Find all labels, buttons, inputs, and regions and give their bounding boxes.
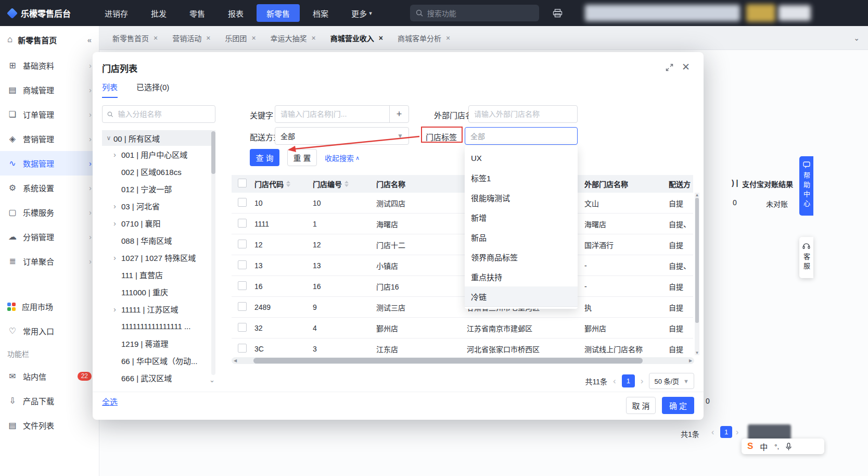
caret-down-icon[interactable]: ∨	[104, 134, 113, 142]
close-tab-icon[interactable]: ×	[312, 34, 316, 42]
collapse-search-link[interactable]: 收起搜索 ∧	[325, 153, 360, 163]
tree-node[interactable]: 012 | 宁波一部	[102, 180, 215, 197]
expand-node-icon[interactable]: ›	[113, 202, 116, 210]
tree-node[interactable]: 111000 | 重庆	[102, 283, 215, 300]
tree-node[interactable]: 002 | 区域0618cs	[102, 163, 215, 180]
sidebar-item-app-market[interactable]: 应用市场	[0, 294, 99, 319]
nav-menu-item[interactable]: 零售	[180, 4, 215, 22]
header-store-code[interactable]: 门店代码	[254, 179, 313, 189]
tree-node[interactable]: › 0710 | 襄阳	[102, 215, 215, 232]
modal-tab-list[interactable]: 列表	[102, 81, 118, 98]
header-store-no[interactable]: 门店编号	[313, 179, 376, 189]
tree-scroll-thumb[interactable]	[211, 131, 215, 174]
tag-dropdown-option[interactable]: 领界商品标签	[465, 247, 578, 267]
sidebar-menu-item[interactable]: ⊞ 基础资料 ›	[0, 53, 99, 78]
tree-node[interactable]: 1219 | 蒋道理	[102, 335, 215, 352]
sidebar-menu-item[interactable]: ❏ 订单管理 ›	[0, 102, 99, 127]
tree-node[interactable]: › 03 | 河北省	[102, 197, 215, 215]
tree-node[interactable]: 088 | 华南区域	[102, 232, 215, 249]
add-keyword-button[interactable]: +	[389, 106, 409, 122]
tab-item[interactable]: 乐团团 ×	[219, 29, 262, 47]
sidebar-menu-item[interactable]: ☁ 分销管理 ›	[0, 224, 99, 249]
sidebar-menu-item[interactable]: ▢ 乐檬服务 ›	[0, 200, 99, 224]
sort-icon[interactable]	[344, 181, 349, 187]
close-tab-icon[interactable]: ×	[206, 34, 210, 42]
sidebar-menu-item[interactable]: ◈ 营销管理 ›	[0, 127, 99, 151]
tree-node[interactable]: 111 | 直营店	[102, 266, 215, 283]
close-tab-icon[interactable]: ×	[379, 34, 383, 42]
printer-icon[interactable]	[553, 9, 563, 18]
close-tab-icon[interactable]: ×	[154, 34, 158, 42]
sidebar-item-favorites[interactable]: ♡ 常用入口	[0, 319, 99, 343]
sidebar-home-item[interactable]: ⌂ 新零售首页 «	[0, 26, 99, 53]
tree-node[interactable]: 66 | 华中区域（勿动...	[102, 352, 215, 369]
scroll-right-icon[interactable]: ▶	[687, 358, 694, 363]
tabs-overflow-icon[interactable]: ⌄	[853, 34, 860, 42]
ime-punctuation-toggle[interactable]: °,	[774, 443, 779, 450]
cancel-button[interactable]: 取 消	[626, 397, 656, 414]
expand-node-icon[interactable]: ›	[113, 253, 116, 262]
tab-item[interactable]: 营销活动 ×	[166, 29, 216, 47]
sidebar-menu-item[interactable]: ≣ 订单聚合 ›	[0, 249, 99, 273]
close-modal-icon[interactable]: ✕	[682, 61, 690, 73]
horizontal-scroll-thumb[interactable]	[253, 358, 643, 364]
scroll-left-icon[interactable]: ◀	[232, 358, 239, 363]
select-all-checkbox[interactable]	[238, 179, 247, 187]
microphone-icon[interactable]	[786, 443, 792, 450]
row-checkbox[interactable]	[238, 260, 247, 269]
tab-item[interactable]: 新零售首页 ×	[106, 29, 164, 47]
nav-menu-item[interactable]: 进销存	[95, 4, 138, 22]
row-checkbox[interactable]	[238, 344, 247, 353]
row-checkbox[interactable]	[238, 323, 247, 332]
sort-icon[interactable]	[286, 181, 290, 187]
confirm-button[interactable]: 确 定	[662, 397, 694, 414]
row-checkbox[interactable]	[238, 302, 247, 311]
expand-node-icon[interactable]: ›	[113, 219, 116, 228]
prev-page-icon[interactable]: ‹	[613, 376, 616, 386]
nav-menu-item[interactable]: 新零售	[257, 4, 300, 22]
tree-scrollbar[interactable]	[211, 130, 215, 375]
tree-node[interactable]: 1111111111111111 ...	[102, 318, 215, 335]
external-name-input[interactable]	[469, 110, 577, 118]
keyword-input[interactable]	[275, 110, 389, 118]
table-horizontal-scrollbar[interactable]: ◀ ▶	[232, 357, 694, 364]
help-center-button[interactable]: 帮助中心	[799, 156, 813, 216]
tag-dropdown-option[interactable]: 新增	[465, 207, 578, 227]
select-all-link[interactable]: 全选	[102, 396, 118, 407]
sidebar-menu-item[interactable]: ⚙ 系统设置 ›	[0, 176, 99, 200]
customer-service-button[interactable]: 客服	[799, 237, 813, 278]
next-page-icon[interactable]: ›	[641, 376, 644, 386]
row-checkbox[interactable]	[238, 281, 247, 290]
scroll-up-icon[interactable]: ▲	[695, 193, 699, 197]
tab-item[interactable]: 商城客单分析 ×	[391, 29, 456, 47]
sidebar-item-download[interactable]: ⇩ 产品下载	[0, 389, 99, 413]
collapse-sidebar-icon[interactable]: «	[87, 35, 92, 44]
bg-next-page-icon[interactable]: ›	[736, 428, 738, 437]
tab-item[interactable]: 商城营业收入 ×	[324, 29, 389, 47]
tag-dropdown-option[interactable]: 标签1	[465, 168, 578, 187]
tree-root-node[interactable]: ∨ 00 | 所有区域	[102, 130, 215, 146]
nav-menu-item[interactable]: 批发	[141, 4, 176, 22]
row-checkbox[interactable]	[238, 198, 247, 207]
sidebar-item-inbox[interactable]: ✉ 站内信 22	[0, 364, 99, 389]
tag-dropdown-option[interactable]: 新品	[465, 227, 578, 247]
scroll-down-icon[interactable]: ▼	[695, 350, 699, 355]
tag-dropdown-option[interactable]: UX	[465, 148, 578, 168]
nav-menu-item[interactable]: 更多 ▾	[341, 4, 382, 22]
ime-language-toggle[interactable]: 中	[760, 441, 768, 452]
tree-node[interactable]: › 001 | 用户中心区域	[102, 146, 215, 163]
row-checkbox[interactable]	[238, 240, 247, 248]
global-search-box[interactable]: 搜索功能	[410, 5, 539, 21]
close-tab-icon[interactable]: ×	[446, 34, 450, 42]
sidebar-item-files[interactable]: ▤ 文件列表	[0, 413, 99, 437]
nav-menu-item[interactable]: 报表	[218, 4, 253, 22]
group-search-input[interactable]	[117, 109, 210, 119]
delivery-method-select[interactable]: 全部 ▼	[275, 127, 409, 145]
tree-node[interactable]: › 1027 | 1027 特殊区域	[102, 249, 215, 266]
tree-node[interactable]: › 11111 | 江苏区域	[102, 300, 215, 318]
nav-menu-item[interactable]: 档案	[303, 4, 338, 22]
close-tab-icon[interactable]: ×	[251, 34, 256, 42]
page-1-button[interactable]: 1	[622, 374, 635, 387]
store-tag-select[interactable]: 全部	[465, 127, 578, 145]
row-checkbox[interactable]	[238, 219, 247, 228]
